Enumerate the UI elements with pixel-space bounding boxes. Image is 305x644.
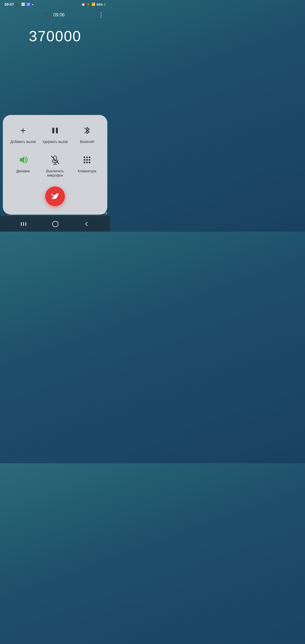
end-call-row [8, 186, 102, 206]
svg-rect-17 [21, 222, 22, 226]
back-icon [84, 221, 89, 227]
bluetooth-button[interactable]: Bluetooth [73, 123, 102, 144]
mute-icon: 🔕 [86, 3, 90, 6]
recent-apps-button[interactable] [21, 221, 27, 227]
speaker-label: Динамик [16, 169, 30, 174]
mute-button[interactable]: Выключить микрофон [40, 153, 69, 178]
add-call-icon: + [16, 123, 30, 138]
call-duration: 09:06 [53, 12, 65, 18]
call-phone-icon: 📞 [45, 12, 51, 18]
svg-marker-2 [20, 156, 24, 164]
svg-rect-20 [53, 221, 58, 227]
keypad-label: Клавиатура [78, 169, 96, 174]
dot-icon: • [32, 2, 33, 6]
alarm-icon: ⏰ [81, 3, 85, 6]
svg-point-13 [84, 162, 85, 163]
svg-point-15 [89, 162, 90, 163]
phone-number: 370000 [0, 22, 110, 53]
speaker-button[interactable]: Динамик [8, 153, 38, 178]
svg-point-12 [89, 159, 90, 161]
svg-point-14 [86, 162, 88, 163]
phone-status-icon: 📞 [15, 2, 20, 6]
status-left: 09:07 📞 🖼 D • [5, 2, 33, 6]
mute-icon [48, 153, 62, 167]
status-time: 09:07 [5, 2, 14, 6]
spacer [0, 53, 110, 115]
mute-label: Выключить микрофон [40, 169, 69, 178]
speaker-icon [16, 153, 30, 167]
end-call-icon [50, 191, 60, 201]
more-menu-button[interactable]: ⋮ [98, 11, 104, 19]
bluetooth-label: Bluetooth [80, 140, 94, 144]
svg-point-11 [86, 159, 88, 161]
control-panel: + Добавить вызов Удержать вызов Bluetoot… [3, 115, 107, 215]
svg-point-7 [84, 156, 85, 158]
home-button[interactable] [52, 221, 58, 227]
svg-point-8 [86, 156, 88, 158]
image-status-icon: 🖼 [21, 2, 25, 6]
recent-apps-icon [21, 221, 27, 227]
hold-call-label: Удержать вызов [42, 140, 68, 144]
call-header: 📞 09:06 ⋮ [0, 8, 110, 22]
svg-point-9 [89, 156, 90, 158]
keypad-icon [80, 153, 94, 167]
add-call-button[interactable]: + Добавить вызов [8, 123, 38, 144]
nav-bar [0, 216, 110, 232]
home-icon [52, 221, 58, 227]
status-right: ⏰ 🔕 📶 65% ▮ [81, 3, 106, 6]
hold-call-button[interactable]: Удержать вызов [40, 123, 69, 144]
bluetooth-icon [80, 123, 94, 138]
signal-icon: 📶 [91, 3, 95, 6]
end-call-button[interactable] [45, 186, 65, 206]
watermark: 2GIS [100, 211, 107, 215]
back-button[interactable] [84, 221, 89, 227]
control-grid: + Добавить вызов Удержать вызов Bluetoot… [8, 123, 102, 178]
battery-icon: ▮ [104, 3, 106, 6]
add-call-label: Добавить вызов [10, 140, 36, 144]
svg-point-10 [84, 159, 85, 161]
keypad-button[interactable]: Клавиатура [73, 153, 102, 178]
svg-rect-0 [52, 128, 54, 133]
svg-rect-18 [23, 222, 24, 226]
battery-percent: 65% [97, 3, 103, 6]
hold-call-icon [48, 123, 62, 138]
call-time-row: 📞 09:06 [45, 12, 65, 18]
status-bar: 09:07 📞 🖼 D • ⏰ 🔕 📶 65% ▮ [0, 0, 110, 8]
svg-rect-1 [56, 128, 58, 133]
discord-icon: D [26, 3, 30, 6]
svg-rect-19 [25, 222, 26, 226]
